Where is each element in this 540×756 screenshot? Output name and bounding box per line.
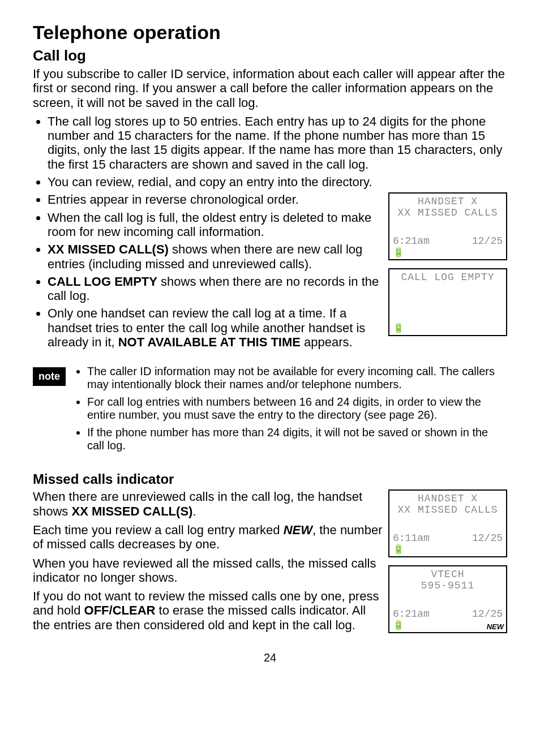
lcd-date: 12/25 bbox=[472, 608, 503, 620]
lcd-screen-empty: CALL LOG EMPTY 🔋 bbox=[388, 268, 507, 336]
bullet-item: Only one handset can review the call log… bbox=[48, 306, 383, 349]
lcd-line: VTECH bbox=[393, 569, 503, 580]
lcd-time: 6:11am bbox=[393, 532, 430, 544]
lcd-screen-missed: HANDSET X XX MISSED CALLS 6:21am 12/25 🔋 bbox=[388, 192, 507, 260]
bold-label: CALL LOG EMPTY bbox=[48, 274, 157, 289]
battery-icon: 🔋 bbox=[393, 247, 404, 258]
battery-icon: 🔋 bbox=[393, 620, 404, 631]
bullet-item: XX MISSED CALL(S) shows when there are n… bbox=[48, 242, 383, 271]
smallcaps-label: CLEAR bbox=[113, 603, 156, 617]
subsection-call-log: Call log bbox=[33, 47, 507, 65]
lcd-line: XX MISSED CALLS bbox=[393, 207, 503, 218]
bullet-item: You can review, redial, and copy an entr… bbox=[48, 175, 507, 189]
lcd-date: 12/25 bbox=[472, 532, 503, 544]
bullet-list-top: The call log stores up to 50 entries. Ea… bbox=[33, 114, 507, 189]
subsection-missed-calls: Missed calls indicator bbox=[33, 471, 507, 487]
bullet-item: CALL LOG EMPTY shows when there are no r… bbox=[48, 274, 383, 303]
note-list: The caller ID information may not be ava… bbox=[75, 365, 507, 457]
page-heading: Telephone operation bbox=[33, 22, 507, 44]
bold-label: XX MISSED CALL(S) bbox=[71, 504, 192, 518]
note-item: For call log entries with numbers betwee… bbox=[87, 396, 507, 422]
lcd-line: XX MISSED CALLS bbox=[393, 504, 503, 516]
text: Each time you review a call log entry ma… bbox=[33, 523, 284, 537]
lcd-time: 6:21am bbox=[393, 235, 430, 247]
note-badge: note bbox=[33, 367, 66, 386]
mc-paragraph: When there are unreviewed calls in the c… bbox=[33, 489, 383, 518]
mc-paragraph: When you have reviewed all the missed ca… bbox=[33, 556, 383, 585]
lcd-line: CALL LOG EMPTY bbox=[393, 272, 503, 283]
mc-paragraph: Each time you review a call log entry ma… bbox=[33, 523, 383, 552]
lcd-screen-missed-2: HANDSET X XX MISSED CALLS 6:11am 12/25 🔋 bbox=[388, 489, 507, 557]
lcd-date: 12/25 bbox=[472, 235, 503, 247]
lcd-line: 595-9511 bbox=[393, 580, 503, 591]
bullet-list-mid: Entries appear in reverse chronological … bbox=[33, 192, 383, 349]
bold-label: XX MISSED CALL(S) bbox=[48, 242, 169, 256]
intro-paragraph: If you subscribe to caller ID service, i… bbox=[33, 67, 507, 110]
lcd-screen-vtech: VTECH 595-9511 6:21am 12/25 🔋 NEW bbox=[388, 565, 507, 633]
bullet-item: When the call log is full, the oldest en… bbox=[48, 211, 383, 239]
bullet-text: appears. bbox=[301, 335, 353, 349]
new-indicator: NEW bbox=[487, 622, 504, 631]
lcd-time: 6:21am bbox=[393, 608, 430, 620]
note-item: The caller ID information may not be ava… bbox=[87, 365, 507, 391]
bold-italic-label: NEW bbox=[284, 523, 312, 537]
bold-label: OFF/ bbox=[84, 603, 113, 617]
battery-icon: 🔋 bbox=[393, 544, 404, 555]
mc-paragraph: If you do not want to review the missed … bbox=[33, 589, 383, 632]
bullet-item: The call log stores up to 50 entries. Ea… bbox=[48, 114, 507, 171]
page-number: 24 bbox=[33, 651, 507, 664]
text: . bbox=[192, 504, 196, 518]
lcd-line: HANDSET X bbox=[393, 493, 503, 504]
lcd-line: HANDSET X bbox=[393, 196, 503, 207]
bullet-item: Entries appear in reverse chronological … bbox=[48, 192, 383, 207]
battery-icon: 🔋 bbox=[393, 323, 404, 334]
bold-label: NOT AVAILABLE AT THIS TIME bbox=[118, 335, 301, 349]
note-item: If the phone number has more than 24 dig… bbox=[87, 426, 507, 452]
